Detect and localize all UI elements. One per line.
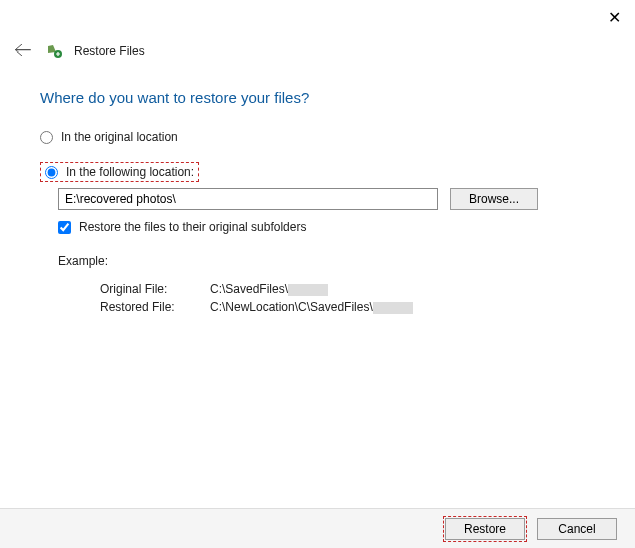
- radio-following-location[interactable]: In the following location:: [40, 162, 199, 182]
- restore-files-icon: [46, 42, 64, 60]
- radio-following-input[interactable]: [45, 166, 58, 179]
- example-restored-path: C:\NewLocation\C\SavedFiles\: [210, 300, 595, 314]
- restore-highlight: Restore: [443, 516, 527, 542]
- main-content: Where do you want to restore your files?…: [0, 63, 635, 314]
- back-arrow-icon[interactable]: 🡠: [10, 38, 36, 63]
- restore-subfolders-checkbox[interactable]: [58, 221, 71, 234]
- restore-subfolders-label: Restore the files to their original subf…: [79, 220, 306, 234]
- radio-original-location[interactable]: In the original location: [40, 130, 595, 144]
- example-original-path: C:\SavedFiles\: [210, 282, 595, 296]
- restore-subfolders-row[interactable]: Restore the files to their original subf…: [58, 220, 595, 234]
- example-original-path-text: C:\SavedFiles\: [210, 282, 288, 296]
- cancel-button[interactable]: Cancel: [537, 518, 617, 540]
- path-input[interactable]: [58, 188, 438, 210]
- restore-button[interactable]: Restore: [445, 518, 525, 540]
- page-heading: Where do you want to restore your files?: [40, 89, 595, 106]
- close-icon[interactable]: ✕: [608, 8, 621, 27]
- example-restored-path-text: C:\NewLocation\C\SavedFiles\: [210, 300, 373, 314]
- redacted-block: [288, 284, 328, 296]
- browse-button[interactable]: Browse...: [450, 188, 538, 210]
- example-original-label: Original File:: [100, 282, 210, 296]
- radio-original-label: In the original location: [61, 130, 178, 144]
- radio-original-input[interactable]: [40, 131, 53, 144]
- example-title: Example:: [58, 254, 595, 268]
- redacted-block: [373, 302, 413, 314]
- window-title: Restore Files: [74, 44, 145, 58]
- example-restored-label: Restored File:: [100, 300, 210, 314]
- radio-following-label: In the following location:: [66, 165, 194, 179]
- example-grid: Original File: C:\SavedFiles\ Restored F…: [100, 282, 595, 314]
- path-row: Browse...: [58, 188, 595, 210]
- footer: Restore Cancel: [0, 508, 635, 548]
- header: 🡠 Restore Files: [0, 0, 635, 63]
